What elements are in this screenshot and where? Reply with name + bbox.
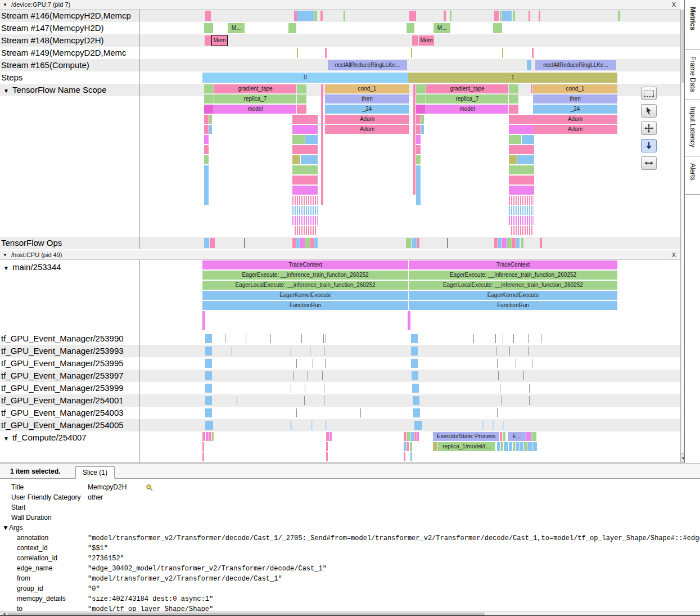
trace-slice[interactable] [416,135,421,144]
trace-slice[interactable] [209,115,212,124]
trace-slice[interactable] [326,432,329,441]
trace-slice[interactable] [513,442,515,451]
trace-slice[interactable] [511,226,532,235]
trace-slice[interactable] [209,125,212,134]
trace-slice[interactable] [421,125,424,134]
trace-slice[interactable] [528,347,529,356]
close-gpu-section-button[interactable]: X [672,0,676,10]
trace-slice[interactable] [409,11,416,21]
trace-slice[interactable] [292,155,300,164]
trace-slice[interactable]: ExecutorState::Process [433,432,499,441]
track-label[interactable]: ▼main/253344 [0,261,61,273]
trace-slice[interactable] [205,396,212,405]
trace-slice[interactable] [417,432,419,441]
scrollbar-thumb[interactable] [8,613,485,615]
tab-slice[interactable]: Slice (1) [75,466,115,479]
trace-slice[interactable] [503,421,504,430]
trace-slice[interactable] [205,371,212,380]
trace-slice[interactable] [493,421,494,430]
trace-slice[interactable] [205,35,211,46]
trace-slice[interactable] [509,115,534,124]
trace-slice[interactable]: cond_1 [325,84,409,93]
trace-slice[interactable] [416,95,426,104]
tab-alerts[interactable]: Alerts [685,156,700,195]
trace-slice[interactable] [205,408,212,417]
trace-slice[interactable] [204,84,214,93]
trace-slice[interactable] [292,238,296,248]
trace-slice[interactable] [411,359,418,368]
trace-slice[interactable] [509,145,534,154]
trace-slice[interactable] [531,432,536,441]
trace-slice[interactable] [527,60,531,70]
trace-slice[interactable] [523,371,524,380]
cpu-section-header[interactable]: ▼ /host:CPU (pid 49) X [0,250,680,260]
trace-slice[interactable] [509,347,510,356]
trace-slice[interactable] [509,216,534,225]
trace-slice[interactable]: replica_7 [426,95,508,104]
trace-slice[interactable]: replica_1/model/t... [437,442,495,451]
trace-slice[interactable] [301,155,318,164]
trace-slice[interactable] [413,396,419,405]
trace-slice[interactable] [502,238,507,248]
trace-slice[interactable]: ncclAllReduceRingLLKe... [535,60,616,70]
trace-slice[interactable] [408,311,410,330]
trace-slice[interactable] [296,359,297,368]
trace-slice[interactable] [292,186,318,195]
trace-slice[interactable] [292,216,318,225]
trace-slice[interactable] [205,11,211,21]
trace-slice[interactable] [532,48,534,58]
trace-slice[interactable] [516,359,516,368]
trace-slice[interactable] [270,334,271,343]
trace-slice[interactable] [297,84,306,93]
trace-slice[interactable]: EagerLocalExecute: __inference_train_fun… [202,281,408,290]
trace-slice[interactable] [404,432,407,441]
trace-slice[interactable]: replica_7 [214,95,296,104]
trace-slice[interactable] [513,334,514,343]
trace-slice[interactable] [450,11,451,21]
trace-slice[interactable] [540,238,542,248]
trace-slice[interactable] [516,238,520,248]
trace-slice[interactable] [516,442,520,451]
track-label[interactable]: ▼tf_Compute/254007 [0,431,87,444]
trace-slice[interactable]: E... [508,432,526,441]
tab-metrics[interactable]: Metrics [685,0,700,50]
trace-slice[interactable] [404,442,406,451]
trace-slice[interactable] [310,238,314,248]
trace-slice[interactable] [414,432,417,441]
trace-slice[interactable] [324,347,324,356]
trace-slice[interactable] [532,359,532,368]
tab-frame-data[interactable]: Frame Data [685,50,700,100]
trace-slice[interactable] [482,421,484,430]
panel-divider[interactable] [0,462,685,463]
trace-slice[interactable]: M... [228,23,245,33]
tab-input-latency[interactable]: Input Latency [685,100,700,156]
trace-slice[interactable] [293,371,293,380]
trace-slice[interactable] [325,421,327,430]
trace-slice[interactable]: cond_1 [533,84,617,93]
trace-slice[interactable]: _24 [325,105,409,114]
trace-slice[interactable] [509,186,534,195]
trace-slice[interactable] [237,396,237,405]
trace-slice[interactable] [292,125,318,134]
trace-slice[interactable] [412,35,418,46]
trace-slice[interactable] [517,155,534,164]
trace-slice[interactable] [507,238,512,248]
trace-slice[interactable] [509,165,534,174]
trace-slice[interactable] [410,432,414,441]
trace-slice[interactable] [407,442,409,451]
trace-slice[interactable]: EagerExecute: __inference_train_function… [202,271,408,280]
trace-slice[interactable] [498,238,502,248]
trace-slice[interactable] [206,432,209,441]
trace-slice[interactable] [410,442,412,451]
trace-slice[interactable] [202,442,204,451]
trace-slice[interactable] [204,155,209,164]
trace-slice[interactable] [500,432,502,441]
trace-slice[interactable] [504,442,508,451]
trace-slice[interactable] [296,408,297,417]
zoom-tool[interactable] [641,139,657,152]
trace-slice[interactable] [204,165,209,205]
trace-slice[interactable] [205,334,212,343]
trace-slice[interactable] [509,196,534,205]
trace-slice[interactable] [292,115,318,124]
trace-slice[interactable] [410,452,412,461]
